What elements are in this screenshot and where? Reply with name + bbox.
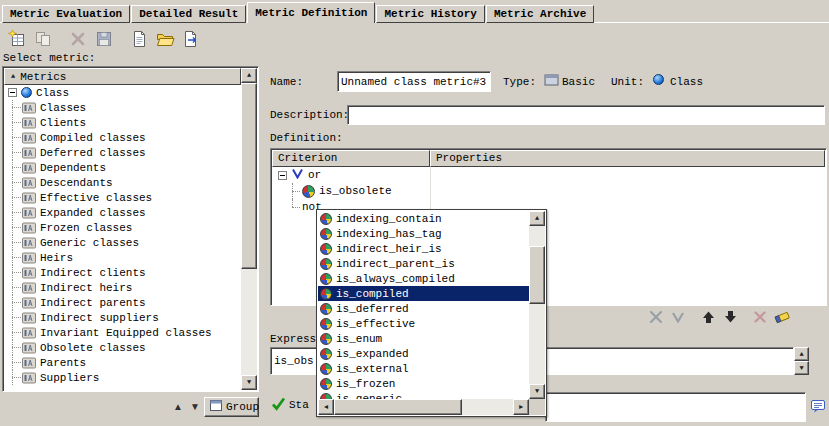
tree-item[interactable]: Heirs: [4, 250, 241, 265]
delete-metric-icon: [68, 29, 88, 49]
tree-item[interactable]: Clients: [4, 115, 241, 130]
save-metric-button[interactable]: [91, 26, 117, 52]
tree-item[interactable]: Dependents: [4, 160, 241, 175]
move-criterion-up-button[interactable]: [697, 307, 719, 326]
metric-icon: [22, 132, 36, 144]
delete-criterion-button[interactable]: [749, 307, 771, 326]
new-metric-button[interactable]: [4, 26, 30, 52]
collapse-icon[interactable]: [8, 88, 17, 97]
tab[interactable]: Metric Evaluation: [2, 5, 130, 23]
criterion-option[interactable]: is_generic: [318, 391, 529, 399]
tab[interactable]: Metric History: [376, 5, 484, 23]
criterion-option[interactable]: is_deferred: [318, 301, 529, 316]
criterion-option[interactable]: is_enum: [318, 331, 529, 346]
criterion-option[interactable]: indexing_has_tag: [318, 226, 529, 241]
criterion-option[interactable]: indexing_contain: [318, 211, 529, 226]
and-criterion-button[interactable]: [645, 307, 667, 326]
column-header-criterion[interactable]: Criterion: [272, 150, 430, 167]
tree-item[interactable]: Deferred classes: [4, 145, 241, 160]
sort-ascending-icon: ▲: [11, 73, 15, 80]
scroll-down-icon[interactable]: ▼: [529, 384, 545, 399]
or-criterion-button[interactable]: [667, 307, 689, 326]
criterion-pie-icon: [320, 333, 332, 345]
erase-criteria-button[interactable]: [771, 307, 793, 326]
column-header-properties[interactable]: Properties: [430, 150, 825, 167]
tree-item[interactable]: Generic classes: [4, 235, 241, 250]
tree-scrollbar[interactable]: ▲ ▼: [241, 68, 257, 390]
criterion-option[interactable]: is_external: [318, 361, 529, 376]
metric-icon: [22, 327, 36, 339]
criterion-option[interactable]: is_frozen: [318, 376, 529, 391]
scroll-down-icon[interactable]: ▼: [241, 375, 257, 390]
tree-item[interactable]: Descendants: [4, 175, 241, 190]
tab[interactable]: Metric Definition: [247, 2, 375, 23]
import-metrics-button[interactable]: [178, 26, 204, 52]
metric-icon: [22, 372, 36, 384]
open-metric-file-button[interactable]: [152, 26, 178, 52]
criterion-option[interactable]: indirect_parent_is: [318, 256, 529, 271]
tree-item[interactable]: Classes: [4, 100, 241, 115]
metrics-header-label: Metrics: [20, 71, 66, 83]
tree-item[interactable]: Indirect clients: [4, 265, 241, 280]
tree-item-class-root[interactable]: Class: [4, 85, 241, 100]
tab[interactable]: Detailed Result: [131, 5, 246, 23]
metric-icon: [22, 252, 36, 264]
tree-item[interactable]: Compiled classes: [4, 130, 241, 145]
criterion-pie-icon: [302, 185, 315, 198]
comment-icon[interactable]: [810, 398, 826, 417]
tree-item[interactable]: Indirect heirs: [4, 280, 241, 295]
status-ok-icon: [271, 396, 286, 411]
tree-item[interactable]: Parents: [4, 355, 241, 370]
basic-metric-type-icon: [544, 73, 559, 90]
criterion-option[interactable]: is_always_compiled: [318, 271, 529, 286]
metric-name-input[interactable]: [337, 71, 491, 92]
tree-item[interactable]: Frozen classes: [4, 220, 241, 235]
metrics-column-header[interactable]: ▲ Metrics: [4, 68, 241, 85]
scrollbar-thumb[interactable]: [241, 83, 257, 269]
tree-item[interactable]: Obsolete classes: [4, 340, 241, 355]
delete-criterion-icon: [753, 310, 767, 324]
dropdown-horizontal-scrollbar[interactable]: ◄ ►: [318, 399, 529, 415]
expression-scrollbar[interactable]: ▲ ▼: [794, 347, 809, 375]
metric-icon: [22, 117, 36, 129]
metric-icon: [22, 342, 36, 354]
tree-item[interactable]: Suppliers: [4, 370, 241, 385]
tree-item-list: Classes Clients: [4, 100, 241, 385]
description-input[interactable]: [347, 105, 825, 125]
scrollbar-thumb[interactable]: [529, 246, 545, 304]
tab[interactable]: Metric Archive: [486, 5, 594, 23]
tree-item[interactable]: Indirect suppliers: [4, 310, 241, 325]
dropdown-vertical-scrollbar[interactable]: ▲ ▼: [529, 211, 545, 399]
scroll-left-icon[interactable]: ◄: [318, 399, 334, 415]
criterion-pie-icon: [320, 303, 332, 315]
tree-item[interactable]: Indirect parents: [4, 295, 241, 310]
collapse-icon[interactable]: [278, 171, 287, 180]
metric-icon: [22, 162, 36, 174]
scroll-down-icon[interactable]: ▼: [794, 361, 809, 375]
group-button[interactable]: Group: [204, 397, 259, 417]
criterion-option[interactable]: is_compiled: [318, 286, 529, 301]
metric-toolbar: [4, 26, 204, 52]
criterion-option[interactable]: indirect_heir_is: [318, 241, 529, 256]
metric-tool-window: Metric Evaluation Detailed Result Metric…: [0, 0, 829, 426]
scrollbar-thumb[interactable]: [334, 399, 462, 415]
scroll-right-icon[interactable]: ►: [513, 399, 529, 415]
criterion-row-or[interactable]: or: [272, 167, 825, 183]
scroll-up-icon[interactable]: ▲: [794, 347, 809, 361]
move-metric-up-button[interactable]: ▲: [170, 399, 186, 415]
criterion-option[interactable]: is_expanded: [318, 346, 529, 361]
new-metric-file-button[interactable]: [126, 26, 152, 52]
delete-metric-button[interactable]: [65, 26, 91, 52]
move-metric-down-button[interactable]: ▼: [187, 399, 203, 415]
scroll-up-icon[interactable]: ▲: [241, 68, 257, 83]
note-field[interactable]: [545, 392, 806, 422]
tree-item[interactable]: Invariant Equipped classes: [4, 325, 241, 340]
move-criterion-down-button[interactable]: [719, 307, 741, 326]
criterion-option[interactable]: is_effective: [318, 316, 529, 331]
tree-item[interactable]: Expanded classes: [4, 205, 241, 220]
criterion-row-is-obsolete[interactable]: is_obsolete: [272, 183, 825, 199]
duplicate-metric-button[interactable]: [30, 26, 56, 52]
scroll-up-icon[interactable]: ▲: [529, 211, 545, 226]
criterion-option-list: indexing_contain indexing_has_tag indire…: [318, 211, 529, 399]
tree-item[interactable]: Effective classes: [4, 190, 241, 205]
